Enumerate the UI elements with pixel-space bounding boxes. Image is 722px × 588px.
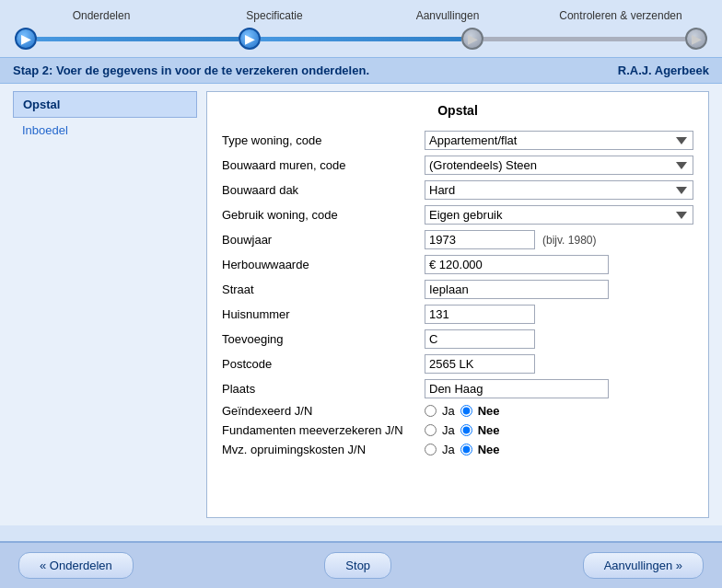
step-circle-3: ▶	[685, 28, 707, 50]
label-huisnummer: Huisnummer	[222, 307, 425, 321]
form-row-fundamenten: Fundamenten meeverzekeren J/N Ja Nee	[222, 423, 693, 437]
connector-1	[261, 37, 462, 41]
control-opruimingskosten: Ja Nee	[425, 443, 693, 456]
form-row-opruimingskosten: Mvz. opruimingskosten J/N Ja Nee	[222, 443, 693, 456]
label-toevoeging: Toevoeging	[222, 332, 425, 346]
step-info-bar: Stap 2: Voer de gegevens in voor de te v…	[0, 57, 722, 84]
control-type-woning: Appartement/flat Vrijstaande woning Tuss…	[425, 131, 693, 150]
control-gebruik-woning: Eigen gebruik Verhuur Leegstand	[425, 205, 693, 225]
radio-opruimingskosten-ja[interactable]	[425, 444, 437, 455]
step-circle-2: ▶	[461, 28, 483, 50]
label-gebruik-woning: Gebruik woning, code	[222, 208, 425, 222]
step-circle-1: ▶	[239, 28, 261, 50]
radio-group-fundamenten: Ja Nee	[425, 423, 693, 437]
radio-geindexeerd-ja[interactable]	[425, 405, 437, 417]
radio-label-opruimingskosten-ja: Ja	[442, 443, 455, 456]
radio-label-opruimingskosten-nee: Nee	[478, 443, 500, 456]
control-fundamenten: Ja Nee	[425, 423, 693, 437]
control-plaats	[425, 379, 693, 398]
label-geindexeerd: Geïndexeerd J/N	[222, 404, 425, 418]
control-bouwaard-dak: Hard Zacht Gemengd	[425, 180, 693, 200]
step-arrow-2: ▶	[468, 32, 477, 46]
control-bouwaard-muren: (Grotendeels) Steen Hout Overig	[425, 156, 693, 175]
form-row-bouwaard-muren: Bouwaard muren, code (Grotendeels) Steen…	[222, 156, 693, 175]
select-gebruik-woning[interactable]: Eigen gebruik Verhuur Leegstand	[425, 205, 693, 225]
label-fundamenten: Fundamenten meeverzekeren J/N	[222, 423, 425, 437]
form-row-plaats: Plaats	[222, 379, 693, 398]
input-straat[interactable]	[425, 280, 609, 299]
radio-fundamenten-nee[interactable]	[460, 424, 472, 436]
control-straat	[425, 280, 693, 299]
radio-opruimingskosten-nee[interactable]	[460, 444, 472, 455]
step-arrow-3: ▶	[692, 32, 701, 46]
form-row-bouwaard-dak: Bouwaard dak Hard Zacht Gemengd	[222, 180, 693, 200]
form-row-gebruik-woning: Gebruik woning, code Eigen gebruik Verhu…	[222, 205, 693, 225]
step-circle-0: ▶	[15, 28, 37, 50]
radio-label-fundamenten-nee: Nee	[478, 423, 500, 437]
form-row-toevoeging: Toevoeging	[222, 329, 693, 349]
radio-group-geindexeerd: Ja Nee	[425, 404, 693, 418]
step-label-2: Aanvullingen	[361, 9, 534, 22]
label-postcode: Postcode	[222, 357, 425, 371]
label-herbouwwaarde: Herbouwwaarde	[222, 258, 425, 271]
form-area: Opstal Type woning, code Appartement/fla…	[206, 91, 709, 518]
label-bouwaard-muren: Bouwaard muren, code	[222, 158, 425, 172]
control-toevoeging	[425, 329, 693, 349]
radio-label-geindexeerd-ja: Ja	[442, 404, 455, 418]
control-postcode	[425, 354, 693, 374]
sidebar: Opstal Inboedel	[13, 91, 197, 518]
step-arrow-1: ▶	[245, 32, 254, 46]
bottom-navigation: « Onderdelen Stop Aanvullingen »	[0, 541, 722, 588]
radio-group-opruimingskosten: Ja Nee	[425, 443, 693, 456]
progress-bar-section: Onderdelen Specificatie Aanvullingen Con…	[0, 0, 722, 50]
step-info-text: Stap 2: Voer de gegevens in voor de te v…	[13, 63, 369, 77]
input-herbouwwaarde[interactable]	[425, 255, 609, 274]
step-label-0: Onderdelen	[15, 9, 188, 22]
label-bouwjaar: Bouwjaar	[222, 233, 425, 247]
sidebar-item-opstal[interactable]: Opstal	[13, 91, 197, 118]
label-bouwaard-dak: Bouwaard dak	[222, 183, 425, 197]
step-arrow-0: ▶	[21, 32, 30, 46]
form-row-postcode: Postcode	[222, 354, 693, 374]
control-herbouwwaarde	[425, 255, 693, 274]
step-label-1: Specificatie	[188, 9, 361, 22]
form-title: Opstal	[222, 103, 693, 118]
input-postcode[interactable]	[425, 354, 535, 374]
form-row-straat: Straat	[222, 280, 693, 299]
control-huisnummer	[425, 305, 693, 324]
form-row-huisnummer: Huisnummer	[222, 305, 693, 324]
form-row-type-woning: Type woning, code Appartement/flat Vrijs…	[222, 131, 693, 150]
radio-geindexeerd-nee[interactable]	[460, 405, 472, 417]
step-label-3: Controleren & verzenden	[534, 9, 707, 22]
select-bouwaard-dak[interactable]: Hard Zacht Gemengd	[425, 180, 693, 200]
input-huisnummer[interactable]	[425, 305, 535, 324]
form-row-geindexeerd: Geïndexeerd J/N Ja Nee	[222, 404, 693, 418]
sidebar-item-inboedel[interactable]: Inboedel	[13, 118, 197, 143]
select-bouwaard-muren[interactable]: (Grotendeels) Steen Hout Overig	[425, 156, 693, 175]
input-bouwjaar[interactable]	[425, 230, 535, 249]
bouwjaar-hint: (bijv. 1980)	[542, 234, 596, 247]
next-button[interactable]: Aanvullingen »	[583, 552, 704, 579]
main-content: Opstal Inboedel Opstal Type woning, code…	[0, 84, 722, 525]
form-row-bouwjaar: Bouwjaar (bijv. 1980)	[222, 230, 693, 249]
stop-button[interactable]: Stop	[324, 552, 391, 579]
connector-0	[37, 37, 239, 41]
select-type-woning[interactable]: Appartement/flat Vrijstaande woning Tuss…	[425, 131, 693, 150]
input-toevoeging[interactable]	[425, 329, 535, 349]
input-plaats[interactable]	[425, 379, 609, 398]
control-bouwjaar: (bijv. 1980)	[425, 230, 693, 249]
label-plaats: Plaats	[222, 382, 425, 396]
connector-2	[483, 37, 685, 41]
step-info-user: R.A.J. Agerbeek	[618, 63, 709, 77]
form-row-herbouwwaarde: Herbouwwaarde	[222, 255, 693, 274]
label-opruimingskosten: Mvz. opruimingskosten J/N	[222, 443, 425, 456]
control-geindexeerd: Ja Nee	[425, 404, 693, 418]
step-circles-row: ▶ ▶ ▶ ▶	[15, 28, 707, 50]
label-type-woning: Type woning, code	[222, 133, 425, 147]
step-labels-row: Onderdelen Specificatie Aanvullingen Con…	[15, 9, 707, 22]
back-button[interactable]: « Onderdelen	[18, 552, 134, 579]
radio-label-fundamenten-ja: Ja	[442, 423, 455, 437]
label-straat: Straat	[222, 282, 425, 296]
radio-label-geindexeerd-nee: Nee	[478, 404, 500, 418]
radio-fundamenten-ja[interactable]	[425, 424, 437, 436]
